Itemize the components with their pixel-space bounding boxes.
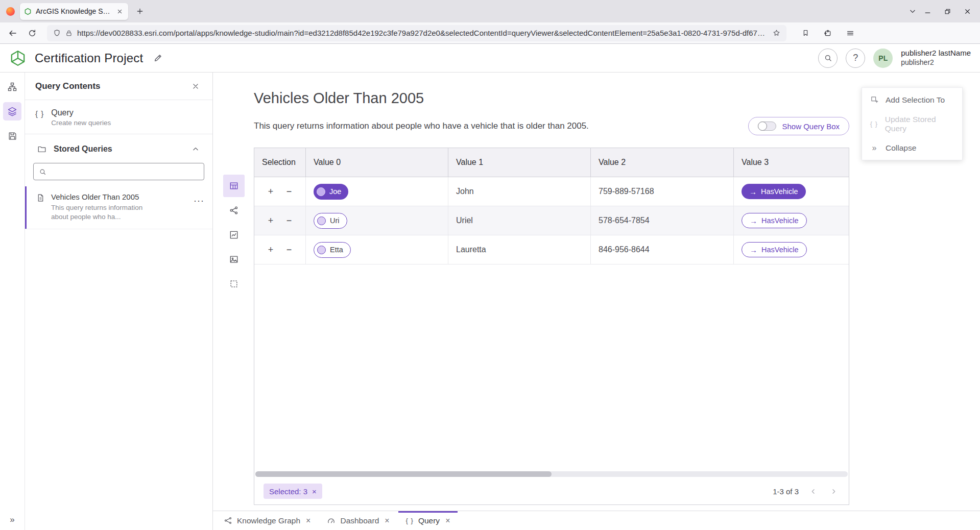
menu-item-collapse[interactable]: » Collapse (862, 136, 962, 160)
menu-item-update-stored-query[interactable]: { } Update Stored Query (862, 112, 962, 136)
tab-knowledge-graph[interactable]: Knowledge Graph × (216, 511, 318, 530)
link-chart-icon[interactable] (223, 199, 245, 222)
chart-view-icon[interactable] (223, 224, 245, 246)
back-button[interactable] (5, 26, 20, 41)
relationship-chip[interactable]: → HasVehicle (742, 242, 807, 257)
add-to-selection-icon[interactable]: + (266, 215, 276, 226)
tracking-shield-icon[interactable] (53, 29, 61, 37)
remove-from-selection-icon[interactable]: − (284, 215, 294, 226)
entity-chip[interactable]: Joe (314, 184, 348, 200)
entity-node-icon (317, 216, 326, 225)
item-options-icon[interactable]: ··· (194, 196, 204, 206)
lock-icon[interactable] (65, 30, 73, 37)
new-query-item[interactable]: { } Query Create new queries (25, 100, 212, 134)
relationship-arrow-icon: → (750, 216, 757, 225)
help-icon[interactable]: ? (846, 49, 865, 68)
entity-chip[interactable]: Etta (314, 242, 351, 258)
user-block[interactable]: publisher2 lastName publisher2 (901, 49, 971, 67)
next-page-icon[interactable] (827, 485, 840, 497)
knowledge-graph-icon (224, 516, 232, 525)
close-tab-icon[interactable]: × (445, 516, 450, 525)
add-to-selection-icon[interactable]: + (266, 186, 276, 197)
app-menu-icon[interactable] (843, 26, 858, 41)
scrollbar-thumb[interactable] (255, 471, 552, 477)
expand-rail-icon[interactable]: » (10, 515, 14, 525)
column-header[interactable]: Selection (254, 148, 306, 177)
navbar-right-buttons (798, 26, 858, 41)
previous-page-icon[interactable] (807, 485, 819, 497)
cell-value[interactable]: 759-889-57168 (591, 177, 734, 206)
braces-icon: { } (869, 120, 879, 128)
url-text[interactable]: https://dev0028833.esri.com/portal/apps/… (77, 29, 768, 37)
cell-value[interactable]: 578-654-7854 (591, 206, 734, 235)
toggle-label: Show Query Box (782, 122, 840, 131)
left-rail: » (0, 73, 25, 530)
horizontal-scrollbar[interactable] (255, 471, 848, 477)
firefox-icon[interactable] (6, 7, 15, 16)
knowledge-studio-logo-icon (9, 50, 27, 67)
save-icon[interactable] (3, 127, 21, 145)
selection-count-label: Selected: 3 (269, 487, 307, 496)
close-tab-icon[interactable]: × (385, 516, 389, 525)
table-footer: Selected: 3 × 1-3 of 3 (254, 478, 849, 504)
tab-dashboard[interactable]: Dashboard × (319, 511, 397, 530)
bookmark-star-icon[interactable] (773, 29, 780, 37)
cell-value[interactable]: Uriel (448, 206, 591, 235)
panel-title: Query Contents (35, 81, 101, 91)
clear-selection-icon[interactable]: × (312, 487, 317, 496)
stored-queries-search-input[interactable] (33, 163, 204, 180)
entity-label: Uri (330, 216, 340, 225)
avatar[interactable]: PL (873, 49, 893, 68)
tab-close-icon[interactable] (115, 7, 124, 16)
table-row[interactable]: + − Joe John 759-889-57168 (254, 177, 849, 206)
browser-tab[interactable]: ArcGIS Knowledge Studio (20, 3, 128, 20)
column-header[interactable]: Value 1 (448, 148, 591, 177)
layers-icon[interactable] (3, 102, 21, 121)
cell-value[interactable]: Lauretta (448, 235, 591, 264)
close-panel-icon[interactable] (189, 80, 202, 93)
tab-query[interactable]: { } Query × (398, 511, 458, 530)
stored-queries-title: Stored Queries (54, 144, 184, 154)
collapse-section-icon[interactable] (189, 142, 202, 156)
map-view-icon[interactable] (223, 248, 245, 271)
extensions-icon[interactable] (820, 26, 835, 41)
relationship-label: HasVehicle (761, 187, 798, 196)
question-glyph: ? (853, 53, 858, 63)
stored-query-item[interactable]: Vehicles Older Than 2005 This query retu… (25, 186, 212, 229)
new-query-subtitle: Create new queries (51, 119, 111, 127)
app-body: » Query Contents { } Query Create new qu… (0, 73, 980, 530)
table-row[interactable]: + − Uri Uriel 578-654-7854 (254, 206, 849, 235)
close-window-button[interactable] (964, 8, 971, 15)
edit-title-icon[interactable] (153, 53, 163, 63)
reload-button[interactable] (25, 26, 40, 41)
select-tool-icon[interactable] (223, 273, 245, 295)
table-row[interactable]: + − Etta Lauretta 846-956-8644 (254, 235, 849, 264)
remove-from-selection-icon[interactable]: − (284, 186, 294, 197)
column-header[interactable]: Value 0 (306, 148, 448, 177)
cell-value[interactable]: John (448, 177, 591, 206)
relationship-chip[interactable]: → HasVehicle (742, 213, 807, 228)
menu-item-add-selection-to[interactable]: Add Selection To (862, 88, 962, 112)
url-bar[interactable]: https://dev0028833.esri.com/portal/apps/… (47, 25, 786, 41)
search-icon[interactable] (818, 49, 838, 68)
close-tab-icon[interactable]: × (306, 516, 310, 525)
toggle-track (758, 122, 776, 131)
new-tab-button[interactable] (133, 5, 147, 18)
show-query-box-toggle[interactable]: Show Query Box (748, 117, 849, 135)
save-to-pocket-icon[interactable] (798, 26, 813, 41)
column-header[interactable]: Value 2 (591, 148, 734, 177)
add-to-selection-icon[interactable]: + (266, 245, 276, 255)
project-hierarchy-icon[interactable] (3, 78, 21, 96)
minimize-button[interactable] (924, 8, 931, 15)
new-query-title: Query (51, 108, 111, 117)
column-header[interactable]: Value 3 (734, 148, 849, 177)
list-all-tabs-icon[interactable] (906, 5, 919, 18)
stored-queries-header[interactable]: Stored Queries (25, 134, 212, 161)
restore-button[interactable] (944, 8, 951, 15)
relationship-chip[interactable]: → HasVehicle (742, 184, 806, 199)
table-view-icon[interactable] (223, 175, 245, 197)
cell-value[interactable]: 846-956-8644 (591, 235, 734, 264)
selection-count-badge[interactable]: Selected: 3 × (264, 484, 322, 499)
entity-chip[interactable]: Uri (314, 213, 347, 229)
remove-from-selection-icon[interactable]: − (284, 245, 294, 255)
